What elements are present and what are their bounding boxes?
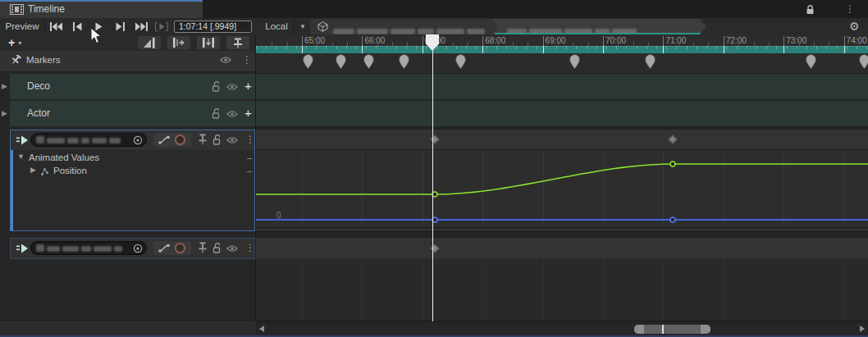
eye-icon[interactable] — [226, 136, 238, 144]
pin-icon[interactable] — [198, 242, 208, 253]
next-frame-button[interactable] — [109, 18, 130, 34]
clip-controls-group — [153, 241, 191, 255]
animation-track-header[interactable]: ⋮ — [11, 130, 254, 150]
unlock-icon[interactable] — [212, 108, 221, 119]
animation-track-2[interactable]: ⋮ — [10, 238, 255, 259]
pin-icon[interactable] — [198, 134, 208, 145]
group-track-label: Deco — [27, 80, 50, 92]
previous-frame-button[interactable] — [66, 18, 88, 34]
unlock-icon[interactable] — [212, 81, 221, 92]
eye-icon[interactable] — [226, 83, 238, 91]
bound-object-field[interactable] — [30, 133, 147, 147]
breadcrumb-root[interactable] — [310, 19, 505, 34]
scroll-left-arrow[interactable] — [259, 326, 264, 332]
add-track-button[interactable]: + ▾ — [8, 36, 38, 49]
animation-track-icon — [16, 244, 29, 253]
animation-track-2-lane[interactable] — [256, 238, 868, 260]
redacted-text — [47, 241, 133, 256]
eye-icon[interactable] — [226, 244, 238, 253]
record-button[interactable] — [174, 242, 186, 254]
time-field[interactable]: 1:07:14 [.9949] — [174, 20, 252, 33]
group-track-actor[interactable]: Actor + — [10, 101, 255, 126]
clip-controls-group — [153, 133, 191, 147]
replace-mode-icon — [203, 38, 214, 48]
gear-icon[interactable]: ⚙ — [849, 20, 860, 33]
empty-track-area — [256, 259, 868, 320]
chevron-down-icon: ▾ — [18, 39, 21, 47]
scrollbar-playhead-tick — [662, 325, 664, 334]
kebab-menu-icon[interactable]: ⋮ — [245, 134, 255, 145]
left-panel-footer — [0, 320, 256, 337]
go-to-start-button[interactable] — [45, 18, 66, 34]
time-reference-dropdown[interactable]: ▾ — [294, 18, 311, 34]
unlock-icon[interactable] — [212, 243, 222, 253]
ripple-mode-button[interactable] — [167, 36, 190, 49]
mouse-cursor — [90, 27, 102, 44]
mix-mode-button[interactable] — [138, 36, 161, 49]
scrollbar-min-handle[interactable] — [634, 325, 644, 334]
group-track-label: Actor — [27, 107, 50, 119]
kebab-menu-icon[interactable]: ⋮ — [242, 54, 252, 66]
markers-track-header[interactable]: Markers ⋮ — [0, 51, 255, 72]
eye-icon[interactable] — [226, 110, 238, 118]
tab-timeline[interactable]: Timeline — [0, 0, 203, 18]
animation-track-header[interactable]: ⋮ — [11, 239, 254, 258]
scrollbar-max-handle[interactable] — [701, 325, 710, 334]
marker-pin-icon — [11, 55, 22, 66]
focus-accent-line — [0, 0, 203, 2]
unlock-icon[interactable] — [212, 134, 222, 145]
chevron-down-icon: ▾ — [301, 22, 305, 30]
time-reference-button[interactable]: Local — [259, 18, 294, 34]
curve-editor-area[interactable] — [256, 150, 868, 227]
group-track-deco[interactable]: Deco + — [10, 74, 255, 99]
expand-arrow-icon[interactable]: ▼ — [17, 153, 25, 161]
add-item-button[interactable]: + — [244, 79, 252, 93]
add-item-button[interactable]: + — [244, 106, 252, 120]
deco-track-lane[interactable] — [256, 74, 868, 99]
scrollbar-thumb[interactable] — [634, 325, 710, 334]
curves-toggle-icon[interactable] — [158, 135, 170, 145]
scroll-right-arrow[interactable] — [860, 326, 865, 332]
eye-icon[interactable] — [220, 56, 231, 64]
animated-values-row[interactable]: ▼ Animated Values – — [11, 152, 254, 165]
go-to-end-button[interactable] — [130, 18, 152, 34]
time-ruler[interactable] — [256, 34, 868, 46]
animation-track-1[interactable]: ⋮ ▼ Animated Values – ▶ Position – — [10, 130, 255, 231]
tab-bar: Timeline ⋮ — [0, 0, 868, 18]
breadcrumb-subtimeline[interactable] — [491, 19, 706, 34]
ripple-mode-icon — [173, 38, 185, 48]
replace-mode-button[interactable] — [197, 36, 220, 49]
collapse-arrow-icon[interactable]: ▶ — [2, 109, 7, 117]
pin-frame-button[interactable] — [226, 36, 249, 49]
collapse-arrow-icon[interactable]: ▶ — [2, 82, 7, 90]
lock-icon[interactable] — [806, 5, 815, 15]
collapse-arrow-icon[interactable]: ▶ — [30, 166, 36, 174]
animated-values-label: Animated Values — [29, 153, 99, 162]
track-bottom-divider — [256, 227, 868, 232]
frame-ticks — [256, 46, 868, 49]
animation-track-1-lane[interactable] — [256, 130, 868, 150]
position-property-icon — [40, 167, 49, 176]
tab-title: Timeline — [28, 3, 65, 15]
kebab-menu-icon[interactable]: ⋮ — [845, 3, 855, 15]
key-nav-dash: – — [247, 153, 252, 162]
object-picker-icon[interactable] — [133, 135, 143, 145]
kebab-menu-icon[interactable]: ⋮ — [245, 242, 255, 253]
bound-object-field[interactable] — [30, 241, 147, 255]
curves-toggle-icon[interactable] — [158, 244, 170, 253]
timeline-window-icon — [10, 4, 24, 15]
plus-icon: + — [8, 36, 15, 49]
object-picker-icon[interactable] — [133, 244, 143, 253]
play-range-button[interactable] — [153, 18, 171, 34]
key-nav-dash: – — [247, 166, 252, 175]
position-label: Position — [53, 166, 87, 175]
preview-button[interactable]: Preview — [0, 18, 45, 34]
position-row[interactable]: ▶ Position – — [11, 165, 254, 178]
redacted-text — [47, 133, 133, 148]
timeline-window: Timeline ⋮ Preview 1:07:14 [.9949] Local… — [0, 0, 868, 337]
animation-track-icon — [16, 135, 29, 145]
actor-track-lane[interactable] — [256, 101, 868, 126]
record-button[interactable] — [174, 134, 186, 146]
markers-lane[interactable] — [256, 53, 868, 74]
mix-mode-icon — [144, 38, 155, 48]
